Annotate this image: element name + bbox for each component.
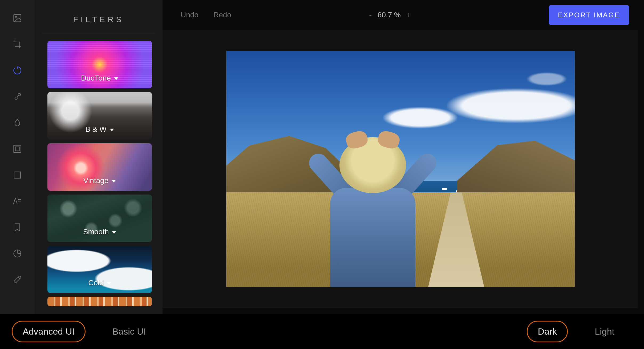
topbar: Undo Redo - 60.7 % + EXPORT IMAGE — [163, 0, 644, 30]
basic-ui-toggle[interactable]: Basic UI — [102, 321, 157, 342]
frame-icon[interactable] — [12, 144, 23, 154]
chevron-down-icon — [114, 77, 118, 80]
filter-card-cold[interactable]: Cold — [47, 246, 152, 293]
overlay-icon[interactable] — [12, 170, 23, 180]
export-button[interactable]: EXPORT IMAGE — [549, 5, 629, 25]
filter-label: Vintage — [83, 176, 108, 185]
filter-label-row: B & W — [85, 125, 114, 140]
svg-rect-0 — [14, 15, 21, 22]
filter-card-smooth[interactable]: Smooth — [47, 195, 152, 242]
filter-card-duotone[interactable]: DuoTone — [47, 41, 152, 88]
canvas-viewport[interactable] — [163, 30, 638, 308]
library-icon[interactable] — [12, 13, 23, 23]
filter-label: Smooth — [83, 228, 109, 236]
sticker-icon[interactable] — [12, 248, 23, 259]
svg-rect-5 — [15, 147, 19, 151]
filter-label: DuoTone — [81, 74, 111, 82]
chevron-down-icon — [107, 282, 111, 285]
canvas-area: Undo Redo - 60.7 % + EXPORT IMAGE — [163, 0, 644, 314]
filter-label-row: Cold — [88, 279, 111, 293]
chevron-down-icon — [112, 180, 116, 183]
tool-rail — [0, 0, 35, 314]
filter-card-partial[interactable] — [47, 297, 152, 306]
redo-button[interactable]: Redo — [213, 11, 231, 19]
filters-list[interactable]: DuoTone B & W Vintage — [35, 33, 163, 314]
filters-panel: FILTERS DuoTone B & W Vintage — [35, 0, 163, 314]
image-preview — [226, 51, 575, 287]
zoom-control: - 60.7 % + — [231, 11, 549, 19]
filter-label-row: Vintage — [83, 176, 116, 191]
light-theme-toggle[interactable]: Light — [584, 321, 625, 342]
svg-rect-6 — [14, 172, 21, 178]
history-controls: Undo Redo — [181, 11, 231, 19]
svg-point-3 — [15, 97, 17, 100]
filter-drop-icon[interactable] — [12, 117, 23, 128]
undo-button[interactable]: Undo — [181, 11, 199, 19]
filter-label: B & W — [85, 125, 106, 134]
zoom-value: 60.7 % — [378, 11, 401, 19]
filters-panel-title: FILTERS — [42, 0, 155, 33]
main-row: FILTERS DuoTone B & W Vintage — [0, 0, 644, 314]
svg-point-2 — [18, 93, 21, 96]
brush-icon[interactable] — [12, 274, 23, 285]
app-root: FILTERS DuoTone B & W Vintage — [0, 0, 644, 349]
filter-label-row: Smooth — [83, 228, 116, 242]
focus-icon[interactable] — [12, 91, 23, 102]
crop-icon[interactable] — [12, 39, 23, 50]
zoom-out-button[interactable]: - — [368, 11, 373, 19]
filter-card-bw[interactable]: B & W — [47, 92, 152, 140]
adjust-icon[interactable] — [12, 65, 23, 76]
text-icon[interactable] — [12, 196, 23, 207]
chevron-down-icon — [112, 231, 116, 234]
theme-group: Dark Light — [527, 321, 625, 342]
chevron-down-icon — [110, 129, 114, 131]
svg-rect-4 — [14, 145, 21, 153]
bottom-bar: Advanced UI Basic UI Dark Light — [0, 314, 644, 349]
filter-label: Cold — [88, 279, 104, 287]
advanced-ui-toggle[interactable]: Advanced UI — [12, 321, 86, 342]
filter-label-row: DuoTone — [81, 74, 118, 88]
zoom-in-button[interactable]: + — [406, 11, 412, 19]
dark-theme-toggle[interactable]: Dark — [527, 321, 568, 342]
bookmark-icon[interactable] — [12, 222, 23, 233]
filter-card-vintage[interactable]: Vintage — [47, 143, 152, 191]
ui-mode-group: Advanced UI Basic UI — [12, 321, 157, 342]
svg-point-1 — [15, 16, 17, 17]
